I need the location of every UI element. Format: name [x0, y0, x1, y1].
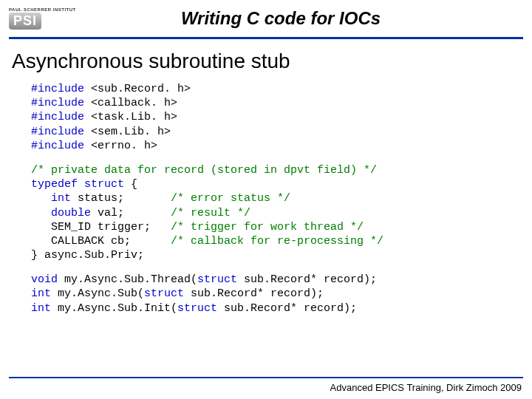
kw-int: int [31, 192, 71, 205]
slide-header: PAUL SCHERRER INSTITUT PSI Writing C cod… [0, 0, 532, 35]
include-file-4: <sem.Lib. h> [84, 126, 171, 138]
kw-struct: struct [197, 273, 237, 286]
comment-trigger: /* trigger for work thread */ [171, 221, 364, 233]
kw-include: #include [31, 97, 84, 109]
field-val: val; [91, 207, 171, 219]
code-includes: #include <sub.Record. h> #include <callb… [31, 82, 517, 153]
code-typedef: /* private data for record (stored in dp… [31, 163, 517, 262]
kw-struct: struct [177, 302, 217, 315]
comment-priv: /* private data for record (stored in dp… [31, 164, 377, 177]
code-prototypes: void my.Async.Sub.Thread(struct sub.Reco… [31, 273, 517, 316]
kw-include: #include [31, 111, 84, 123]
comment-val: /* result */ [171, 207, 250, 219]
section-heading: Asynchronous subroutine stub [12, 50, 517, 73]
comment-status: /* error status */ [171, 192, 290, 205]
slide-title: Writing C code for IOCs [83, 8, 523, 29]
brace-close: } async.Sub.Priv; [31, 249, 144, 262]
field-status: status; [71, 192, 171, 205]
logo-institute-text: PAUL SCHERRER INSTITUT [9, 7, 76, 12]
field-trigger: SEM_ID trigger; [31, 221, 171, 233]
proto-3b: sub.Record* record); [217, 302, 357, 315]
comment-cb: /* callback for re-processing */ [171, 235, 383, 248]
proto-3a: my.Async.Sub.Init( [51, 302, 177, 315]
proto-2b: sub.Record* record); [184, 287, 324, 300]
proto-2a: my.Async.Sub( [51, 287, 144, 300]
proto-1b: sub.Record* record); [237, 273, 377, 286]
kw-struct: struct [144, 287, 184, 300]
include-file-2: <callback. h> [84, 97, 177, 109]
proto-1a: my.Async.Sub.Thread( [58, 273, 197, 286]
kw-include: #include [31, 83, 84, 95]
slide-content: Asynchronous subroutine stub #include <s… [0, 39, 532, 316]
psi-logo: PAUL SCHERRER INSTITUT PSI [9, 4, 83, 33]
include-file-1: <sub.Record. h> [84, 83, 191, 95]
kw-include: #include [31, 140, 84, 152]
kw-double: double [31, 207, 91, 219]
kw-int: int [31, 302, 51, 315]
brace-open: { [124, 178, 137, 191]
slide-footer: Advanced EPICS Training, Dirk Zimoch 200… [330, 382, 522, 393]
include-file-3: <task.Lib. h> [84, 111, 177, 123]
kw-include: #include [31, 126, 84, 138]
field-cb: CALLBACK cb; [31, 235, 171, 248]
kw-typedef: typedef struct [31, 178, 124, 191]
logo-psi-box: PSI [9, 13, 41, 30]
kw-int: int [31, 287, 51, 300]
footer-divider [9, 377, 523, 378]
include-file-5: <errno. h> [84, 140, 157, 152]
kw-void: void [31, 273, 58, 286]
